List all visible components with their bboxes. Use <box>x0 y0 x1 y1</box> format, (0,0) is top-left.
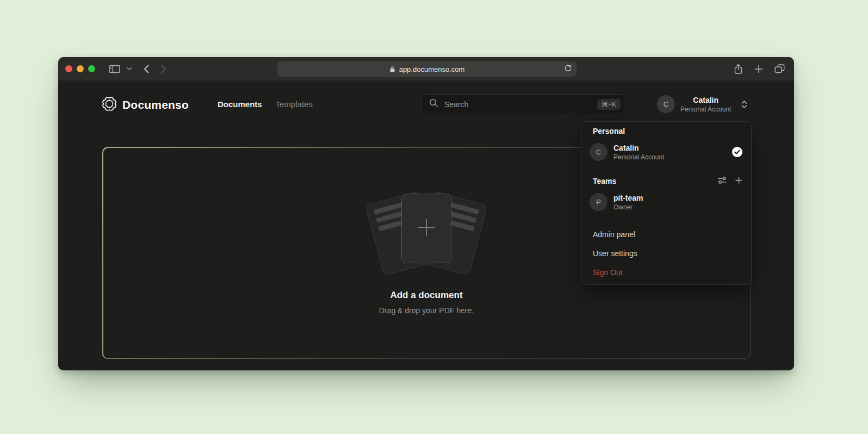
team-item-subtitle: Owner <box>613 203 643 211</box>
personal-section-heading: Personal <box>593 127 742 136</box>
dropzone-subtitle: Drag & drop your PDF here. <box>379 306 474 315</box>
search-box: ⌘+K <box>421 94 625 114</box>
team-item-text: pit-team Owner <box>613 194 643 211</box>
menu-actions: Admin panel User settings Sign Out <box>581 221 751 284</box>
documenso-logo-icon <box>102 96 117 114</box>
search-shortcut-badge: ⌘+K <box>597 99 621 110</box>
search-icon <box>429 98 438 110</box>
personal-item-subtitle: Personal Account <box>613 153 664 161</box>
new-tab-button[interactable] <box>754 65 763 73</box>
primary-nav: Documents Templates <box>218 100 313 109</box>
reload-icon <box>564 64 572 73</box>
lock-icon <box>389 66 395 73</box>
desktop-background: app.documenso.com <box>0 0 868 434</box>
personal-section: Personal C Catalin Personal Account <box>581 122 751 171</box>
tab-overview-icon <box>774 64 785 73</box>
close-button[interactable] <box>65 65 72 72</box>
back-button[interactable] <box>144 65 149 73</box>
menu-item-user-settings[interactable]: User settings <box>581 244 751 263</box>
account-text: Catalin Personal Account <box>680 96 731 113</box>
new-tab-icon <box>754 65 763 73</box>
personal-item-text: Catalin Personal Account <box>613 144 664 161</box>
traffic-lights <box>65 65 95 72</box>
chevron-down-icon <box>127 67 132 71</box>
team-avatar: P <box>590 193 607 211</box>
personal-avatar: C <box>590 143 607 161</box>
nav-link-documents[interactable]: Documents <box>218 100 262 109</box>
browser-window: app.documenso.com <box>58 57 794 370</box>
brand-logo-link[interactable]: Documenso <box>102 97 189 113</box>
search-input[interactable] <box>443 100 597 109</box>
account-avatar: C <box>657 95 675 113</box>
team-item-name: pit-team <box>613 194 643 202</box>
forward-button[interactable] <box>161 65 166 73</box>
sidebar-toggle-icon <box>109 65 120 73</box>
plus-icon <box>414 215 439 242</box>
titlebar-right-actions <box>734 64 786 75</box>
browser-titlebar: app.documenso.com <box>58 57 794 80</box>
forward-icon <box>161 65 166 73</box>
menu-item-team-pit-team[interactable]: P pit-team Owner <box>581 193 751 211</box>
brand-name: Documenso <box>122 98 189 111</box>
account-subtitle: Personal Account <box>680 106 731 113</box>
address-url: app.documenso.com <box>399 65 465 73</box>
nav-link-templates[interactable]: Templates <box>276 100 313 109</box>
teams-section-header: Teams <box>593 176 742 186</box>
manage-teams-button[interactable] <box>717 176 727 186</box>
document-stack-illustration <box>369 189 483 272</box>
personal-item-name: Catalin <box>613 144 664 152</box>
account-menu-button[interactable]: C Catalin Personal Account <box>657 94 747 114</box>
account-menu-dropdown: Personal C Catalin Personal Account <box>581 121 752 285</box>
menu-item-admin-panel[interactable]: Admin panel <box>581 225 751 244</box>
check-circle-icon <box>732 147 742 157</box>
web-content: Documenso Documents Templates ⌘+K C <box>58 80 794 370</box>
document-card-add <box>401 194 451 263</box>
toolbar-chevron-button[interactable] <box>127 67 132 71</box>
teams-section: Teams <box>581 171 751 221</box>
share-button[interactable] <box>734 64 743 75</box>
dropzone-title: Add a document <box>390 290 462 301</box>
minimize-button[interactable] <box>77 65 84 72</box>
share-icon <box>734 64 743 75</box>
tab-overview-button[interactable] <box>774 64 785 73</box>
team-settings-icon <box>717 176 727 186</box>
back-icon <box>144 65 149 73</box>
teams-section-heading: Teams <box>593 177 717 186</box>
menu-item-personal-account[interactable]: C Catalin Personal Account <box>581 143 751 161</box>
zoom-button[interactable] <box>88 65 95 72</box>
reload-button[interactable] <box>564 64 572 73</box>
menu-item-sign-out[interactable]: Sign Out <box>581 263 751 282</box>
account-name: Catalin <box>680 96 731 104</box>
add-team-icon <box>735 177 742 185</box>
sidebar-toggle-button[interactable] <box>109 65 120 73</box>
chevrons-up-down-icon <box>741 100 747 109</box>
add-team-button[interactable] <box>735 177 742 185</box>
address-bar[interactable]: app.documenso.com <box>277 61 576 77</box>
